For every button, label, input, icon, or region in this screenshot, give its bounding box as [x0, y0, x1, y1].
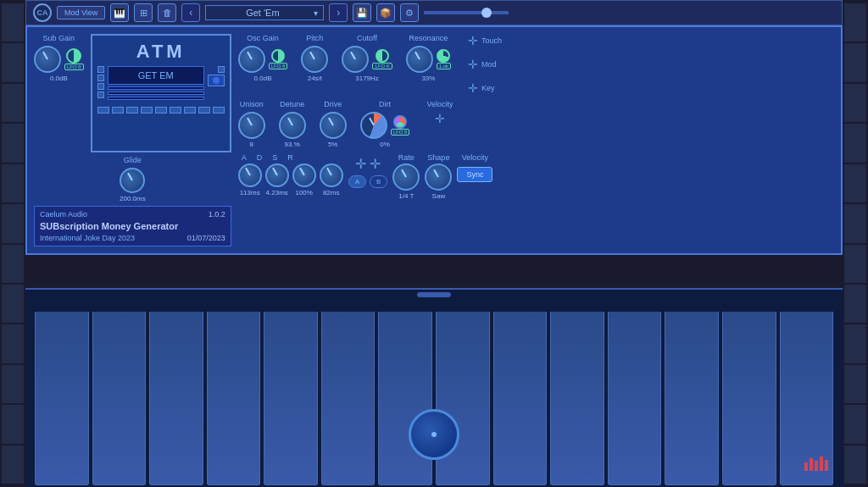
volume-slider-container — [424, 11, 835, 14]
osc-gain-value: 0.0dB — [254, 75, 272, 82]
white-key-3[interactable] — [149, 312, 203, 485]
atm-title: ATM — [136, 41, 186, 63]
pitch-wheel[interactable] — [409, 409, 459, 460]
resonance-knob[interactable] — [406, 46, 433, 73]
pack-icon: 📦 — [380, 8, 392, 19]
detune-label: Detune — [280, 100, 304, 108]
unison-value: 8 — [249, 141, 253, 148]
drive-control: Drive 5% — [320, 100, 347, 148]
date-label: 01/07/2023 — [187, 234, 225, 242]
white-key-8[interactable] — [436, 312, 490, 485]
piano-icon: 🎹 — [114, 8, 125, 19]
pitch-wheel-dot — [431, 432, 437, 437]
right-labels: ✛ Touch ✛ Mod ✛ Key — [468, 34, 502, 95]
settings-icon-button[interactable]: ⚙ — [400, 3, 419, 22]
drive-knob[interactable] — [320, 112, 347, 139]
unison-knob[interactable] — [238, 112, 265, 139]
dirt-knob[interactable] — [360, 112, 387, 139]
keyboard-resize-handle[interactable] — [25, 290, 843, 300]
shape-section-label: Shape — [427, 153, 449, 162]
decay-knob[interactable] — [265, 163, 289, 187]
env-b-tab[interactable]: B — [370, 175, 387, 188]
svg-rect-2 — [815, 461, 818, 471]
white-key-11[interactable] — [608, 312, 662, 485]
white-key-12[interactable] — [665, 312, 719, 485]
chevron-left-icon: ‹ — [189, 7, 192, 19]
keys-area — [25, 300, 843, 485]
attack-control: 113ms — [238, 163, 262, 196]
pack-icon-button[interactable]: 📦 — [376, 3, 395, 22]
center-section: Osc Gain LFO 8 0.0dB Pitch 24s/t — [238, 34, 834, 246]
header-bar: CA Mod View 🎹 ⊞ 🗑 ‹ Get 'Em ▾ › 💾 📦 ⚙ — [25, 0, 843, 25]
rate-knob[interactable] — [392, 163, 420, 191]
preset-name: Get 'Em — [211, 8, 314, 18]
dirt-lfo-badge: LFO 8 — [391, 129, 410, 136]
white-key-13[interactable] — [722, 312, 776, 485]
mod-label: Mod — [481, 60, 497, 69]
svg-rect-3 — [820, 457, 823, 471]
attack-knob[interactable] — [238, 163, 262, 187]
sustain-knob[interactable] — [292, 163, 316, 187]
trash-icon-button[interactable]: 🗑 — [158, 3, 176, 22]
cutoff-control: Cutoff LFO K 3179Hz — [342, 34, 392, 82]
left-section: Sub Gain LFO 8 0.0dB ATM — [34, 34, 231, 246]
release-knob[interactable] — [320, 163, 343, 187]
atm-screen: GET EM — [108, 66, 204, 85]
white-key-9[interactable] — [493, 312, 548, 485]
sub-gain-knob[interactable] — [34, 46, 61, 73]
release-header: R — [287, 153, 293, 162]
piano-icon-button[interactable]: 🎹 — [110, 3, 129, 22]
grid-icon-button[interactable]: ⊞ — [134, 3, 153, 22]
preset-selector[interactable]: Get 'Em ▾ — [205, 5, 324, 20]
version-number: 1.0.2 — [209, 210, 225, 219]
white-key-6[interactable] — [321, 312, 376, 485]
white-key-4[interactable] — [207, 312, 261, 485]
resonance-value: 33% — [421, 75, 435, 82]
resonance-control: Resonance 1.ok 33% — [406, 34, 451, 82]
unison-control: Unison 8 — [238, 100, 265, 148]
white-key-7[interactable] — [378, 312, 432, 485]
osc-gain-knob[interactable] — [238, 46, 265, 73]
pitch-label: Pitch — [306, 34, 323, 42]
sync-button[interactable]: Sync — [457, 167, 492, 182]
volume-slider[interactable] — [424, 11, 509, 14]
white-key-5[interactable] — [264, 312, 318, 485]
attack-value: 113ms — [240, 189, 260, 196]
grid-icon: ⊞ — [140, 8, 147, 19]
white-key-1[interactable] — [35, 312, 89, 485]
sustain-header: S — [272, 153, 277, 162]
shape-knob[interactable] — [425, 163, 452, 191]
trash-icon: 🗑 — [163, 8, 172, 18]
detune-knob[interactable] — [279, 112, 306, 139]
white-key-10[interactable] — [550, 312, 604, 485]
velocity-section-label: Velocity — [462, 153, 488, 162]
svg-rect-4 — [825, 460, 828, 471]
handle-bar — [417, 292, 451, 297]
key-arrow-icon: ✛ — [468, 81, 478, 95]
dirt-value: 0% — [380, 141, 390, 148]
rate-value: 1/4 T — [398, 192, 414, 200]
chevron-down-icon: ▾ — [314, 8, 318, 18]
detune-control: Detune 93.% — [279, 100, 306, 148]
atm-display: ATM GET EM — [91, 34, 231, 152]
top-controls-row: Osc Gain LFO 8 0.0dB Pitch 24s/t — [238, 34, 834, 95]
save-icon: 💾 — [356, 8, 368, 19]
glide-knob[interactable] — [120, 168, 145, 193]
keyboard-section — [25, 288, 843, 487]
next-preset-button[interactable]: › — [329, 3, 348, 22]
glide-value: 200.0ms — [120, 195, 146, 202]
release-control: 82ms — [320, 163, 343, 196]
white-key-2[interactable] — [92, 312, 147, 485]
save-icon-button[interactable]: 💾 — [353, 3, 371, 22]
chevron-right-icon: › — [337, 7, 340, 19]
glide-control: Glide 200.0ms — [34, 156, 231, 202]
env-a-tab[interactable]: A — [348, 175, 366, 188]
pitch-value: 24s/t — [308, 75, 322, 82]
prev-preset-button[interactable]: ‹ — [181, 3, 200, 22]
pitch-knob[interactable] — [301, 46, 328, 73]
cutoff-knob[interactable] — [342, 46, 369, 73]
sub-gain-value: 0.0dB — [50, 75, 68, 82]
key-label: Key — [481, 84, 495, 92]
osc-gain-control: Osc Gain LFO 8 0.0dB — [238, 34, 288, 82]
mod-view-button[interactable]: Mod View — [57, 6, 105, 19]
